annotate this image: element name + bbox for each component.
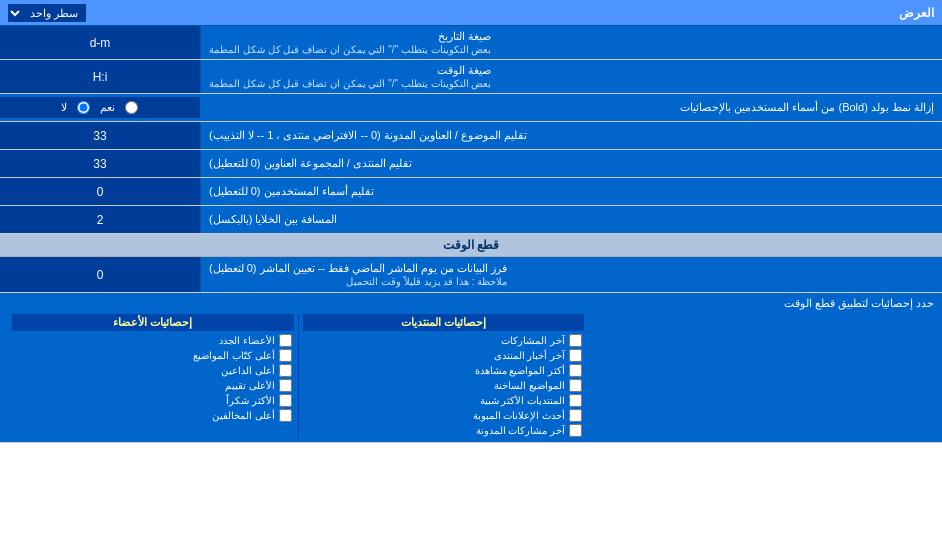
topic-headers-label: تقليم الموضوع / العناوين المدونة (0 -- ا…	[200, 122, 942, 149]
stats-members-cb-0[interactable]	[279, 334, 292, 347]
date-format-row: صيغة التاريخ بعض التكوينات يتطلب "/" الت…	[0, 26, 942, 60]
stats-posts-item-0: آخر المشاركات	[303, 333, 585, 348]
stats-posts-cb-6[interactable]	[569, 424, 582, 437]
stats-posts-item-6: آخر مشاركات المدونة	[303, 423, 585, 438]
stats-posts-cb-1[interactable]	[569, 349, 582, 362]
cell-spacing-row: المسافة بين الخلايا (بالبكسل)	[0, 206, 942, 234]
main-container: العرض سطر واحدسطرينثلاثة أسطر صيغة التار…	[0, 0, 942, 443]
cutoff-section-header: قطع الوقت	[0, 234, 942, 257]
stats-posts-cb-3[interactable]	[569, 379, 582, 392]
bold-no-radio[interactable]	[77, 101, 90, 114]
username-trim-input-wrap	[0, 178, 200, 205]
stats-posts-title: إحصائيات المنتديات	[303, 314, 585, 331]
stats-members-item-5: أعلى المخالفين	[12, 408, 294, 423]
stats-posts-cb-4[interactable]	[569, 394, 582, 407]
stats-posts-item-5: أحدث الإعلانات المبوبة	[303, 408, 585, 423]
stats-posts-item-4: المنتديات الأكثر شبية	[303, 393, 585, 408]
topic-headers-input-wrap	[0, 122, 200, 149]
filter-label: فرز البيانات من يوم الماشر الماضي فقط --…	[200, 257, 942, 292]
stats-posts-cb-0[interactable]	[569, 334, 582, 347]
header-label: العرض	[899, 6, 934, 20]
forum-headers-row: تقليم المنتدى / المجموعة العناوين (0 للت…	[0, 150, 942, 178]
bold-yes-label: نعم	[100, 101, 115, 114]
filter-input[interactable]	[6, 268, 194, 282]
stats-posts-item-3: المواضيع الساخنة	[303, 378, 585, 393]
stats-divider	[298, 314, 299, 438]
cell-spacing-input[interactable]	[6, 213, 194, 227]
stats-col-members: إحصائيات الأعضاء الأعضاء الجدد أعلى كتّا…	[8, 314, 298, 438]
date-format-input-wrap	[0, 26, 200, 59]
time-format-row: صيغة الوقت بعض التكوينات يتطلب "/" التي …	[0, 60, 942, 94]
date-format-input[interactable]	[6, 36, 194, 50]
stats-members-item-1: أعلى كتّاب المواضيع	[12, 348, 294, 363]
stats-col-posts: إحصائيات المنتديات آخر المشاركات آخر أخب…	[299, 314, 589, 438]
forum-headers-label: تقليم المنتدى / المجموعة العناوين (0 للت…	[200, 150, 942, 177]
bold-radio-label: إزالة نمط بولد (Bold) من أسماء المستخدمي…	[200, 97, 942, 118]
stats-members-cb-5[interactable]	[279, 409, 292, 422]
stats-members-cb-1[interactable]	[279, 349, 292, 362]
time-format-label: صيغة الوقت بعض التكوينات يتطلب "/" التي …	[200, 60, 942, 93]
stats-posts-cb-5[interactable]	[569, 409, 582, 422]
display-dropdown[interactable]: سطر واحدسطرينثلاثة أسطر	[8, 4, 86, 22]
bold-radio-options: نعم لا	[0, 97, 200, 118]
forum-headers-input[interactable]	[6, 157, 194, 171]
stats-members-item-2: أعلى الداعين	[12, 363, 294, 378]
filter-row: فرز البيانات من يوم الماشر الماضي فقط --…	[0, 257, 942, 293]
topic-headers-input[interactable]	[6, 129, 194, 143]
date-format-label: صيغة التاريخ بعض التكوينات يتطلب "/" الت…	[200, 26, 942, 59]
stats-posts-cb-2[interactable]	[569, 364, 582, 377]
stats-members-cb-3[interactable]	[279, 379, 292, 392]
username-trim-row: تقليم أسماء المستخدمين (0 للتعطيل)	[0, 178, 942, 206]
stats-members-item-4: الأكثر شكراً	[12, 393, 294, 408]
header-row: العرض سطر واحدسطرينثلاثة أسطر	[0, 0, 942, 26]
stats-posts-item-1: آخر أخبار المنتدى	[303, 348, 585, 363]
stats-columns: إحصائيات المنتديات آخر المشاركات آخر أخب…	[8, 314, 934, 438]
stats-members-cb-4[interactable]	[279, 394, 292, 407]
bold-radio-row: إزالة نمط بولد (Bold) من أسماء المستخدمي…	[0, 94, 942, 122]
stats-members-item-3: الأعلى تقييم	[12, 378, 294, 393]
stats-header-label: حدد إحصائيات لتطبيق قطع الوقت	[8, 297, 934, 310]
cell-spacing-label: المسافة بين الخلايا (بالبكسل)	[200, 206, 942, 233]
stats-members-title: إحصائيات الأعضاء	[12, 314, 294, 331]
forum-headers-input-wrap	[0, 150, 200, 177]
stats-posts-item-2: أكثر المواضيع مشاهدة	[303, 363, 585, 378]
bold-yes-radio[interactable]	[125, 101, 138, 114]
time-format-input-wrap	[0, 60, 200, 93]
stats-members-cb-2[interactable]	[279, 364, 292, 377]
time-format-input[interactable]	[6, 70, 194, 84]
stats-members-item-0: الأعضاء الجدد	[12, 333, 294, 348]
topic-headers-row: تقليم الموضوع / العناوين المدونة (0 -- ا…	[0, 122, 942, 150]
stats-section: حدد إحصائيات لتطبيق قطع الوقت إحصائيات ا…	[0, 293, 942, 443]
bold-no-label: لا	[61, 101, 67, 114]
filter-input-wrap	[0, 257, 200, 292]
cell-spacing-input-wrap	[0, 206, 200, 233]
username-trim-input[interactable]	[6, 185, 194, 199]
stats-col-empty	[588, 314, 934, 438]
username-trim-label: تقليم أسماء المستخدمين (0 للتعطيل)	[200, 178, 942, 205]
